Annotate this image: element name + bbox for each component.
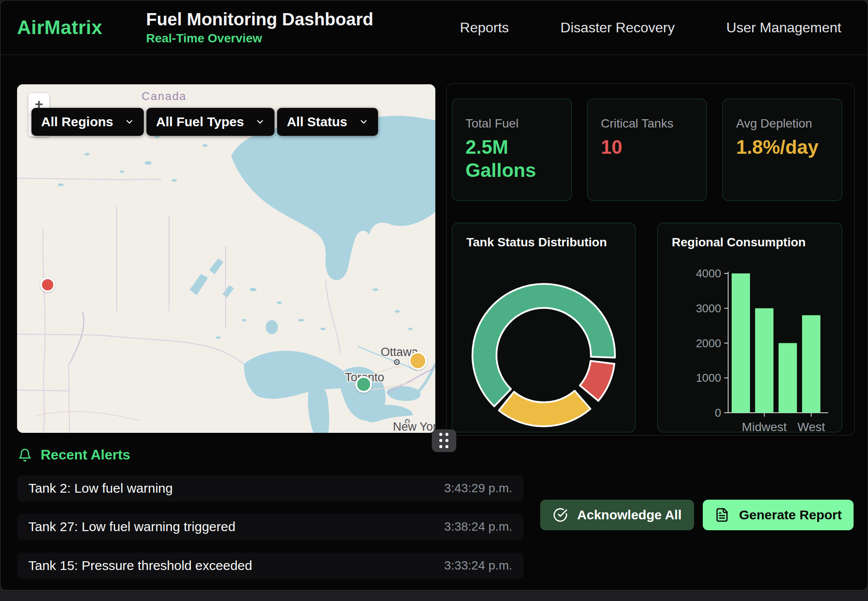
status-filter-dropdown[interactable]: All Status: [277, 108, 378, 136]
critical-tanks-card: Critical Tanks 10: [587, 99, 707, 201]
stat-label: Critical Tanks: [601, 117, 694, 131]
dashboard-panel: Total Fuel 2.5M Gallons Critical Tanks 1…: [446, 83, 855, 435]
nav-reports[interactable]: Reports: [460, 20, 509, 36]
map-label-country: Canada: [142, 90, 187, 103]
brand-logo[interactable]: AirMatrix: [17, 17, 102, 38]
alert-row[interactable]: Tank 2: Low fuel warning 3:43:29 p.m.: [17, 475, 524, 501]
generate-report-label: Generate Report: [739, 508, 842, 522]
tank-status-donut-chart: [452, 223, 636, 433]
regional-consumption-bar-chart: 01000200030004000MidwestWest: [658, 223, 843, 433]
acknowledge-all-label: Acknowledge All: [577, 508, 682, 522]
tank-status-distribution-card: Tank Status Distribution: [452, 223, 635, 432]
check-circle-icon: [553, 508, 568, 522]
chevron-down-icon: [125, 117, 134, 127]
alert-time: 3:38:24 p.m.: [444, 520, 512, 534]
app-window: AirMatrix Fuel Monitoring Dashboard Real…: [0, 0, 868, 591]
avg-depletion-card: Avg Depletion 1.8%/day: [722, 99, 842, 201]
y-tick-label: 4000: [696, 267, 721, 280]
stat-value: 2.5M Gallons: [465, 136, 553, 182]
acknowledge-all-button[interactable]: Acknowledge All: [540, 500, 694, 530]
alert-time: 3:33:24 p.m.: [444, 559, 512, 573]
header: AirMatrix Fuel Monitoring Dashboard Real…: [0, 0, 868, 55]
regions-filter-dropdown[interactable]: All Regions: [31, 108, 144, 136]
nav-user-management[interactable]: User Management: [726, 20, 841, 36]
y-tick-label: 1000: [696, 371, 721, 384]
fuel-types-filter-dropdown[interactable]: All Fuel Types: [146, 108, 274, 136]
chevron-down-icon: [255, 117, 265, 127]
alerts-header: Recent Alerts: [18, 447, 130, 463]
status-filter-label: All Status: [287, 114, 347, 129]
bar: [755, 308, 774, 413]
stat-value: 10: [601, 136, 688, 159]
bar: [732, 273, 750, 413]
chevron-down-icon: [359, 117, 368, 127]
generate-report-button[interactable]: Generate Report: [703, 500, 854, 530]
page-title: Fuel Monitoring Dashboard: [146, 10, 373, 29]
total-fuel-card: Total Fuel 2.5M Gallons: [452, 99, 572, 201]
bar: [802, 315, 820, 413]
stat-cards: Total Fuel 2.5M Gallons Critical Tanks 1…: [452, 99, 842, 201]
tank-marker-critical[interactable]: [40, 277, 55, 292]
map-label-newyork: New York: [393, 420, 435, 433]
alert-message: Tank 2: Low fuel warning: [28, 481, 173, 496]
donut-segment: [580, 361, 615, 401]
map-filters: All Regions All Fuel Types All Status: [31, 108, 378, 136]
stat-value: 1.8%/day: [736, 136, 823, 159]
x-tick-label: West: [797, 420, 825, 433]
regions-filter-label: All Regions: [41, 114, 113, 129]
bar: [778, 343, 797, 413]
main-nav: Reports Disaster Recovery User Managemen…: [460, 20, 868, 36]
alert-message: Tank 15: Pressure threshold exceeded: [28, 558, 252, 573]
resize-grip-icon[interactable]: [432, 429, 456, 452]
title-block: Fuel Monitoring Dashboard Real-Time Over…: [146, 10, 373, 45]
alerts-title: Recent Alerts: [41, 447, 130, 463]
map-terrain: Canada Ottawa Toronto New York: [17, 84, 435, 433]
document-icon: [715, 508, 729, 522]
alert-row[interactable]: Tank 15: Pressure threshold exceeded 3:3…: [17, 553, 524, 579]
alert-row[interactable]: Tank 27: Low fuel warning triggered 3:38…: [17, 514, 524, 540]
y-tick-label: 2000: [696, 337, 721, 350]
donut-segment: [499, 391, 590, 426]
x-tick-label: Midwest: [742, 420, 787, 433]
page-subtitle: Real-Time Overview: [146, 31, 373, 45]
tank-marker-normal[interactable]: [355, 376, 372, 393]
regional-consumption-card: Regional Consumption 01000200030004000Mi…: [657, 223, 842, 432]
y-tick-label: 0: [715, 406, 721, 419]
ottawa-capital-dot-icon: [396, 361, 398, 363]
stat-label: Total Fuel: [465, 117, 558, 131]
fuel-types-filter-label: All Fuel Types: [156, 114, 244, 129]
stat-label: Avg Depletion: [736, 117, 829, 131]
bell-icon: [18, 448, 32, 462]
y-tick-label: 3000: [696, 302, 721, 315]
map-panel[interactable]: Canada Ottawa Toronto New York + − All R…: [17, 84, 435, 433]
tank-marker-warning[interactable]: [409, 352, 427, 370]
alert-message: Tank 27: Low fuel warning triggered: [28, 519, 236, 534]
nav-disaster-recovery[interactable]: Disaster Recovery: [560, 20, 674, 36]
alert-time: 3:43:29 p.m.: [444, 481, 512, 495]
